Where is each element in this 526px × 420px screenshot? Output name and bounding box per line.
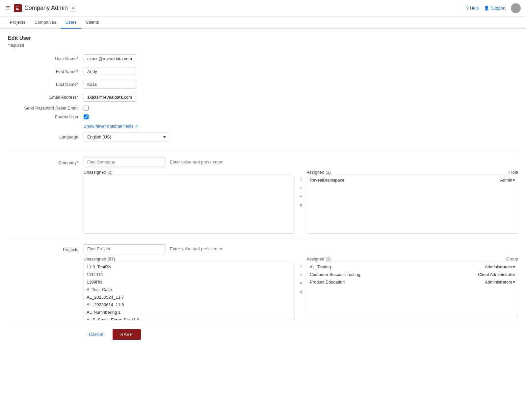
user-avatar[interactable]	[511, 3, 521, 13]
page-title: Edit User	[8, 35, 518, 41]
username-input[interactable]	[84, 54, 136, 63]
language-select[interactable]: English (US)	[84, 133, 169, 141]
list-item[interactable]: 1111111	[84, 271, 295, 278]
list-item[interactable]: AUS_Small_Enron Set 11.8	[84, 316, 295, 320]
list-item[interactable]: A_Test_Case	[84, 286, 295, 293]
projects-unassigned-header: Unassigned (87)	[84, 257, 295, 261]
company-assign-content: Enter value and press enter Unassigned (…	[84, 158, 518, 234]
tab-projects[interactable]: Projects	[5, 16, 30, 29]
project-item-name: Product Education	[310, 280, 345, 284]
help-icon: ?	[466, 6, 468, 11]
list-item[interactable]: Product Education Administrators ▾	[307, 278, 518, 286]
list-item[interactable]: AL_20230524_11.7	[84, 293, 295, 301]
company-unassigned-header: Unassigned (0)	[84, 170, 295, 175]
projects-assign-content: Enter value and press enter Unassigned (…	[84, 244, 518, 320]
support-icon: 👤	[484, 6, 489, 11]
tab-companies[interactable]: Companies	[30, 16, 61, 29]
main-content: Edit User *required User Name* First Nam…	[0, 29, 526, 352]
list-item[interactable]: Customer Success Testing Client Administ…	[307, 271, 518, 278]
toggle-fields-text: Show fewer optional fields	[84, 124, 133, 129]
company-transfer: Unassigned (0) › ‹ » « Assigned (1) Rol	[84, 170, 518, 234]
toggle-fields-row: Show fewer optional fields «	[8, 123, 518, 129]
firstname-row: First Name*	[8, 67, 518, 76]
help-link[interactable]: ? Help	[466, 6, 479, 11]
project-group-dropdown[interactable]: Administrators ▾	[485, 280, 515, 284]
hamburger-icon[interactable]: ☰	[5, 5, 11, 12]
enable-user-row: Enable User	[8, 114, 518, 119]
company-unassigned-list[interactable]	[84, 176, 295, 234]
move-right-button[interactable]: ›	[298, 176, 304, 182]
reset-password-checkbox[interactable]	[84, 106, 89, 111]
app-dropdown-button[interactable]: ▾	[70, 5, 76, 12]
company-role-dropdown[interactable]: Admin Admin ▾	[500, 178, 515, 183]
projects-enter-hint: Enter value and press enter	[170, 246, 223, 251]
nav-tabs: Projects Companies Users Clients	[0, 16, 526, 29]
user-form: User Name* First Name* Last Name* Email …	[8, 54, 518, 152]
list-item[interactable]: 1199RN	[84, 278, 295, 286]
find-company-input[interactable]	[84, 158, 166, 166]
list-item[interactable]: AL_20230614_11.8	[84, 301, 295, 309]
projects-assign-row: Projects Enter value and press enter Una…	[8, 244, 518, 320]
find-project-input[interactable]	[84, 244, 166, 253]
reset-password-label: Send Password Reset Email	[8, 106, 84, 111]
language-label: Language	[8, 135, 84, 139]
collapse-icon: «	[135, 123, 138, 129]
project-move-all-left-button[interactable]: «	[298, 288, 304, 295]
form-footer: Cancel SAVE	[8, 324, 518, 345]
projects-assigned-wrapper: Assigned (3) Group AL_Testing Administra…	[307, 257, 518, 317]
required-note: *required	[8, 43, 518, 48]
projects-transfer-buttons: › ‹ » «	[295, 262, 307, 295]
company-assigned-list[interactable]: RevealBrainspace Admin Admin ▾	[307, 176, 518, 234]
enable-user-checkbox[interactable]	[84, 114, 89, 119]
app-logo	[14, 4, 22, 12]
email-input[interactable]	[84, 93, 136, 102]
projects-label: Projects	[8, 244, 84, 252]
group-dropdown-arrow: ▾	[513, 280, 515, 284]
list-item[interactable]: 11.9_TestRN	[84, 263, 295, 271]
company-transfer-buttons: › ‹ » «	[295, 176, 307, 208]
projects-unassigned-wrapper: Unassigned (87) 11.9_TestRN 1111111 1199…	[84, 257, 295, 320]
projects-assigned-header: Assigned (3) Group	[307, 257, 518, 261]
tab-users[interactable]: Users	[61, 16, 81, 29]
projects-section: Projects Enter value and press enter Una…	[8, 239, 518, 320]
company-unassigned-wrapper: Unassigned (0)	[84, 170, 295, 234]
list-item[interactable]: AL_Testing Administrators ▾	[307, 263, 518, 271]
projects-transfer: Unassigned (87) 11.9_TestRN 1111111 1199…	[84, 257, 518, 320]
username-label: User Name*	[8, 56, 84, 61]
list-item[interactable]: RevealBrainspace Admin Admin ▾	[307, 176, 518, 184]
project-move-left-button[interactable]: ‹	[298, 271, 304, 278]
cancel-button[interactable]: Cancel	[84, 329, 109, 340]
list-item[interactable]: AU Numnbering 1	[84, 309, 295, 316]
email-label: Email Address*	[8, 95, 84, 100]
firstname-input[interactable]	[84, 67, 136, 76]
enable-user-label: Enable User	[8, 114, 84, 119]
move-left-button[interactable]: ‹	[298, 184, 304, 191]
lastname-label: Last Name*	[8, 82, 84, 87]
tab-clients[interactable]: Clients	[81, 16, 104, 29]
projects-unassigned-list[interactable]: 11.9_TestRN 1111111 1199RN A_Test_Case A…	[84, 263, 295, 320]
toggle-fields-link[interactable]: Show fewer optional fields «	[84, 123, 138, 129]
company-find-row: Enter value and press enter	[84, 158, 518, 166]
project-move-right-button[interactable]: ›	[298, 262, 304, 269]
firstname-label: First Name*	[8, 69, 84, 74]
company-assign-row: Company* Enter value and press enter Una…	[8, 158, 518, 234]
company-assigned-header: Assigned (1) Role	[307, 170, 518, 175]
project-item-name: AL_Testing	[310, 264, 331, 269]
move-all-left-button[interactable]: «	[298, 201, 304, 208]
save-button[interactable]: SAVE	[113, 329, 141, 340]
language-row: Language English (US)	[8, 133, 518, 141]
projects-assigned-list[interactable]: AL_Testing Administrators ▾ Customer Suc…	[307, 263, 518, 317]
group-dropdown-arrow: ▾	[513, 264, 515, 269]
project-item-name: Customer Success Testing	[310, 272, 360, 277]
app-title: Company Admin	[24, 5, 68, 12]
email-row: Email Address*	[8, 93, 518, 102]
support-link[interactable]: 👤 Support	[484, 6, 506, 11]
lastname-input[interactable]	[84, 80, 136, 89]
company-enter-hint: Enter value and press enter	[170, 160, 223, 164]
project-group-dropdown[interactable]: Client Administrator	[478, 272, 515, 277]
company-item-name: RevealBrainspace	[310, 178, 345, 183]
project-move-all-right-button[interactable]: »	[298, 280, 304, 286]
app-header: ☰ Company Admin ▾ ? Help 👤 Support	[0, 0, 526, 16]
project-group-dropdown[interactable]: Administrators ▾	[485, 264, 515, 269]
move-all-right-button[interactable]: »	[298, 193, 304, 199]
